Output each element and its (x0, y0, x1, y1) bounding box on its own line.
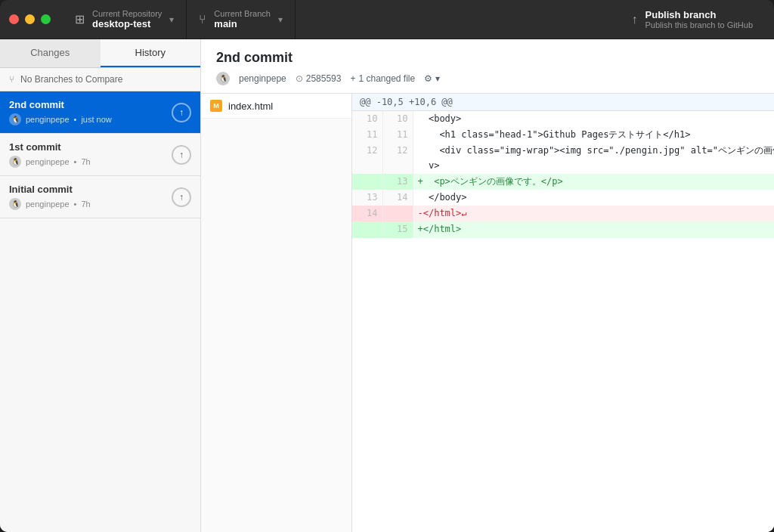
push-icon[interactable]: ↑ (172, 145, 191, 165)
commit-detail-title: 2nd commit (216, 50, 759, 66)
gear-icon: ⚙ (424, 73, 432, 84)
avatar: 🐧 (9, 198, 21, 210)
push-icon[interactable]: ↑ (172, 103, 191, 122)
sidebar: Changes History ⑂ No Branches to Compare… (0, 39, 201, 532)
diff-code: -</html>↵ (413, 206, 774, 221)
file-name: index.html (228, 101, 273, 112)
file-item[interactable]: M index.html (201, 94, 351, 119)
diff-code: +</html> (413, 221, 774, 237)
close-button[interactable] (9, 14, 19, 24)
diff-line: 1111 <h1 class="head-1">Github Pagesテストサ… (352, 127, 774, 143)
diff-line: 15+</html> (352, 221, 774, 237)
publish-icon: ↑ (632, 13, 638, 26)
commit-info: 2nd commit 🐧 penginpepe • just now (9, 99, 166, 125)
diff-old-num (352, 174, 382, 190)
diff-old-num: 13 (352, 190, 382, 206)
diff-line: 13+ <p>ペンギンの画像です。</p> (352, 174, 774, 190)
repo-label: Current Repository (92, 9, 162, 18)
commit-title: Initial commit (9, 184, 166, 195)
diff-table: 1010 <body>1111 <h1 class="head-1">Githu… (352, 111, 774, 238)
hash-icon: ⊙ (296, 73, 303, 84)
diff-new-num: 11 (382, 127, 413, 143)
avatar: 🐧 (9, 156, 21, 168)
traffic-lights (9, 14, 51, 24)
commit-header: 2nd commit 🐧 penginpepe ⊙ 2585593 + 1 ch… (201, 39, 774, 94)
commit-time: just now (81, 115, 111, 124)
tab-history[interactable]: History (101, 39, 201, 67)
commit-title: 2nd commit (9, 99, 166, 110)
commit-meta: 🐧 penginpepe • just now (9, 113, 166, 125)
diff-new-num: 15 (382, 221, 413, 237)
avatar: 🐧 (9, 113, 21, 125)
branch-chevron-icon: ▾ (278, 14, 283, 25)
diff-old-num: 12 (352, 143, 382, 173)
diff-new-num: 13 (382, 174, 413, 190)
commit-time: 7h (81, 200, 90, 209)
commit-header-meta: 🐧 penginpepe ⊙ 2585593 + 1 changed file … (216, 72, 759, 85)
gear-chevron-icon: ▾ (435, 73, 440, 84)
branch-compare[interactable]: ⑂ No Branches to Compare (0, 68, 200, 91)
minimize-button[interactable] (25, 14, 35, 24)
diff-new-num: 10 (382, 111, 413, 127)
diff-code: + <p>ペンギンの画像です。</p> (413, 174, 774, 190)
diff-line: 1314 </body> (352, 190, 774, 206)
sidebar-tabs: Changes History (0, 39, 200, 68)
repo-chevron-icon: ▾ (169, 14, 174, 25)
main-content: Changes History ⑂ No Branches to Compare… (0, 39, 774, 532)
branch-compare-icon: ⑂ (9, 74, 14, 85)
diff-old-num: 11 (352, 127, 382, 143)
changed-files: + 1 changed file (350, 73, 415, 84)
file-modified-icon: M (210, 100, 222, 112)
diff-container: M index.html @@ -10,5 +10,6 @@ 1010 <bod… (201, 94, 774, 532)
branch-name: main (214, 18, 271, 29)
maximize-button[interactable] (41, 14, 51, 24)
branch-compare-text: No Branches to Compare (20, 74, 122, 85)
titlebar: ⊞ Current Repository desktop-test ▾ ⑂ Cu… (0, 0, 774, 39)
diff-line: 1212 <div class="img-wrap"><img src="./p… (352, 143, 774, 173)
commit-meta: 🐧 penginpepe • 7h (9, 198, 166, 210)
diff-code: </body> (413, 190, 774, 206)
branch-icon: ⑂ (199, 13, 206, 26)
repo-icon: ⊞ (75, 12, 85, 26)
repo-section[interactable]: ⊞ Current Repository desktop-test ▾ (63, 0, 187, 39)
commit-item[interactable]: Initial commit 🐧 penginpepe • 7h ↑ (0, 176, 200, 218)
commit-time: 7h (81, 157, 90, 166)
diff-new-num: 12 (382, 143, 413, 173)
commit-info: Initial commit 🐧 penginpepe • 7h (9, 184, 166, 210)
publish-section[interactable]: ↑ Publish branch Publish this branch to … (620, 0, 765, 39)
repo-name: desktop-test (92, 18, 162, 29)
commit-author: penginpepe (26, 115, 70, 124)
commit-author-name: penginpepe (239, 73, 286, 84)
commit-author: penginpepe (26, 200, 70, 209)
publish-title: Publish branch (646, 9, 753, 20)
author-avatar: 🐧 (216, 72, 230, 85)
diff-new-num: 14 (382, 190, 413, 206)
commit-title: 1st commit (9, 141, 166, 153)
branch-section[interactable]: ⑂ Current Branch main ▾ (187, 0, 296, 39)
plus-icon: + (350, 73, 355, 84)
diff-old-num: 14 (352, 206, 382, 221)
tab-changes[interactable]: Changes (0, 39, 101, 67)
commit-meta: 🐧 penginpepe • 7h (9, 156, 166, 168)
publish-subtitle: Publish this branch to GitHub (646, 20, 753, 29)
commit-list: 2nd commit 🐧 penginpepe • just now ↑ 1st… (0, 91, 200, 532)
gear-button[interactable]: ⚙ ▾ (424, 73, 440, 84)
commit-item[interactable]: 1st commit 🐧 penginpepe • 7h ↑ (0, 134, 200, 176)
commit-info: 1st commit 🐧 penginpepe • 7h (9, 141, 166, 168)
diff-line: 1010 <body> (352, 111, 774, 127)
push-icon[interactable]: ↑ (172, 187, 191, 207)
diff-old-num: 10 (352, 111, 382, 127)
commit-hash: ⊙ 2585593 (296, 73, 342, 84)
diff-view[interactable]: @@ -10,5 +10,6 @@ 1010 <body>1111 <h1 cl… (352, 94, 774, 532)
file-list: M index.html (201, 94, 352, 532)
diff-code: <body> (413, 111, 774, 127)
diff-header: @@ -10,5 +10,6 @@ (352, 94, 774, 111)
diff-old-num (352, 221, 382, 237)
diff-code: <div class="img-wrap"><img src="./pengin… (413, 143, 774, 173)
commit-author: penginpepe (26, 157, 70, 166)
diff-new-num (382, 206, 413, 221)
diff-line: 14-</html>↵ (352, 206, 774, 221)
branch-label: Current Branch (214, 9, 271, 18)
right-panel: 2nd commit 🐧 penginpepe ⊙ 2585593 + 1 ch… (201, 39, 774, 532)
commit-item[interactable]: 2nd commit 🐧 penginpepe • just now ↑ (0, 91, 200, 134)
